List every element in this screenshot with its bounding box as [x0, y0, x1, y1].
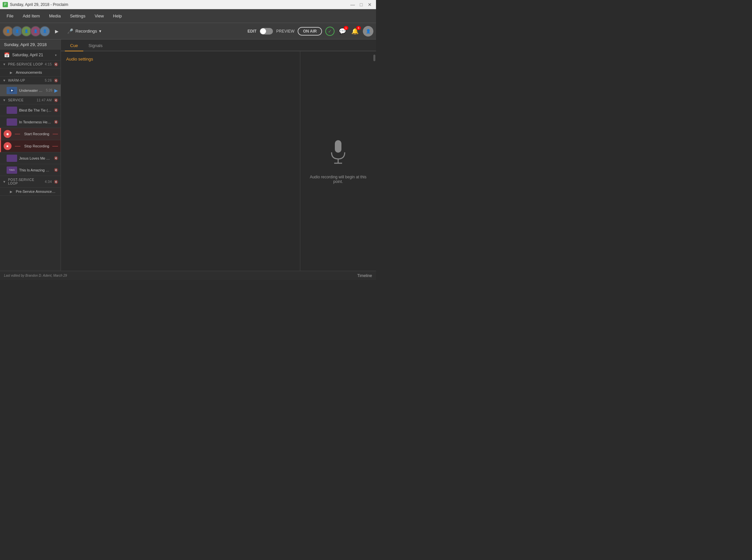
blest-be-tie-item[interactable]: Blest Be The Tie (Canticle Of Fello... 🔇: [0, 104, 61, 116]
menu-bar: File Add Item Media Settings View Help: [0, 9, 376, 23]
toolbar-left: 👤 👤 👤 👤 👤 ▶ 🎤 Recordings ▾: [3, 26, 105, 37]
item-label: Pre-Service Announcements: [16, 189, 58, 194]
edit-toggle[interactable]: [260, 28, 273, 35]
tab-cue[interactable]: Cue: [65, 40, 83, 51]
section-name: POST-SERVICE LOOP: [8, 178, 45, 185]
collapse-icon: ▶: [10, 71, 13, 74]
preview-label: PREVIEW: [276, 29, 294, 34]
announcements-item[interactable]: ▶ Announcements: [0, 68, 61, 77]
item-label: Announcements: [16, 71, 58, 74]
content-area: Cue Signals Audio settings: [61, 39, 376, 271]
notifications-button[interactable]: 🔔 6: [350, 27, 360, 36]
avatar-5: 👤: [39, 26, 50, 37]
toolbar-right: EDIT PREVIEW ON AIR ✓ 💬 1 🔔 6 👤: [248, 26, 373, 37]
avatar-group: 👤 👤 👤 👤 👤: [3, 26, 50, 37]
menu-file[interactable]: File: [3, 12, 17, 20]
recordings-chevron-icon: ▾: [99, 28, 101, 34]
volume-icon: 🔇: [54, 108, 58, 112]
sidebar-date-header: Sunday, April 29, 2018: [0, 39, 61, 50]
volume-icon: 🔇: [54, 156, 58, 160]
on-air-button[interactable]: ON AIR: [297, 27, 322, 36]
edit-label: EDIT: [248, 29, 256, 34]
scroll-thumb[interactable]: [373, 55, 375, 61]
video-thumbnail: [6, 87, 17, 94]
volume-icon: 🔇: [54, 180, 58, 184]
menu-view[interactable]: View: [91, 12, 108, 20]
microphone-icon: [328, 139, 348, 169]
item-label: Start Recording: [24, 132, 49, 136]
song-thumbnail: [6, 118, 17, 126]
menu-add-item[interactable]: Add Item: [19, 12, 44, 20]
window-title: Sunday, April 29, 2018 - Proclaim: [10, 2, 68, 7]
start-recording-item[interactable]: ⏺ Start Recording: [0, 128, 61, 140]
amazing-grace-item[interactable]: TAiG This Is Amazing Grace ♪ 🔇: [0, 164, 61, 176]
expand-icon: ▼: [3, 79, 6, 82]
audio-settings-link[interactable]: Audio settings: [66, 57, 93, 62]
chevron-down-icon: ▾: [55, 53, 57, 57]
in-tenderness-item[interactable]: In Tenderness He Sought Me (In Te... 🔇: [0, 116, 61, 128]
item-time: 5:26: [46, 88, 52, 92]
tab-signals[interactable]: Signals: [83, 40, 108, 51]
menu-help[interactable]: Help: [109, 12, 126, 20]
volume-icon: 🔇: [54, 62, 58, 66]
app-icon: P: [3, 2, 8, 7]
play-button[interactable]: ▶: [52, 27, 61, 36]
collapse-icon: ▶: [10, 190, 13, 194]
close-button[interactable]: ✕: [366, 1, 373, 8]
check-icon: ✓: [325, 27, 334, 36]
record-icon: ⏺: [6, 132, 9, 136]
title-bar-left: P Sunday, April 29, 2018 - Proclaim: [3, 2, 68, 7]
item-label: This Is Amazing Grace ♪: [19, 168, 52, 172]
expand-icon: ▼: [3, 180, 6, 184]
recording-notice: Audio recording will begin at this point…: [307, 175, 369, 184]
footer: Last edited by Brandon D. Adent, March 2…: [0, 271, 376, 280]
song-thumbnail: TAiG: [6, 166, 17, 174]
expand-icon: ▼: [3, 62, 6, 66]
recordings-button[interactable]: 🎤 Recordings ▾: [63, 26, 105, 36]
last-edited-label: Last edited by Brandon D. Adent, March 2…: [4, 274, 357, 277]
messages-button[interactable]: 💬 1: [338, 27, 347, 36]
record-stop-button[interactable]: ⏹: [4, 142, 12, 150]
user-avatar[interactable]: 👤: [363, 26, 373, 37]
menu-media[interactable]: Media: [45, 12, 64, 20]
section-service[interactable]: ▼ SERVICE 11:47 AM 🔇: [0, 96, 61, 104]
svg-rect-2: [335, 140, 342, 153]
section-time: 4:15: [45, 62, 52, 66]
maximize-button[interactable]: □: [358, 1, 365, 8]
underwater-countdown-item[interactable]: Underwater Countdown 5:26 ▶: [0, 84, 61, 96]
content-split: Audio settings Audio recording will begi…: [61, 51, 376, 271]
song-thumbnail: [6, 155, 17, 162]
stop-recording-item[interactable]: ⏹ Stop Recording: [0, 140, 61, 152]
notifications-badge: 6: [356, 26, 361, 30]
saturday-nav-item[interactable]: 📅 Saturday, April 21 ▾: [0, 50, 61, 61]
section-pre-service-loop[interactable]: ▼ PRE-SERVICE LOOP 4:15 🔇: [0, 61, 61, 68]
recording-line: [53, 134, 58, 134]
mic-icon: 🎤: [67, 28, 73, 34]
title-bar: P Sunday, April 29, 2018 - Proclaim — □ …: [0, 0, 376, 9]
left-panel: Audio settings: [61, 51, 300, 271]
recordings-label: Recordings: [75, 28, 97, 34]
title-bar-controls: — □ ✕: [349, 1, 373, 8]
menu-settings[interactable]: Settings: [66, 12, 89, 20]
item-label: In Tenderness He Sought Me (In Te...: [19, 120, 52, 124]
play-active-icon: ▶: [54, 88, 58, 93]
recording-line: [15, 146, 20, 146]
section-post-service-loop[interactable]: ▼ POST-SERVICE LOOP 4:34 🔇: [0, 176, 61, 187]
recording-line: [15, 134, 20, 134]
right-panel: Audio recording will begin at this point…: [300, 51, 376, 271]
jesus-loves-me-item[interactable]: Jesus Loves Me This I Know (Jesus... 🔇: [0, 152, 61, 164]
tabs-bar: Cue Signals: [61, 39, 376, 51]
section-time: 11:47 AM: [37, 98, 52, 102]
section-name: PRE-SERVICE LOOP: [8, 62, 43, 66]
volume-icon: 🔇: [54, 79, 58, 82]
expand-icon: ▼: [3, 98, 6, 102]
section-time: 5:26: [45, 79, 52, 82]
section-warm-up[interactable]: ▼ WARM-UP 5:26 🔇: [0, 77, 61, 84]
section-name: SERVICE: [8, 98, 23, 102]
minimize-button[interactable]: —: [349, 1, 356, 8]
record-start-button[interactable]: ⏺: [4, 130, 12, 138]
toggle-knob: [260, 28, 266, 34]
pre-service-announcements-item[interactable]: ▶ Pre-Service Announcements: [0, 187, 61, 196]
timeline-label: Timeline: [357, 274, 372, 278]
sidebar: Sunday, April 29, 2018 📅 Saturday, April…: [0, 39, 61, 271]
